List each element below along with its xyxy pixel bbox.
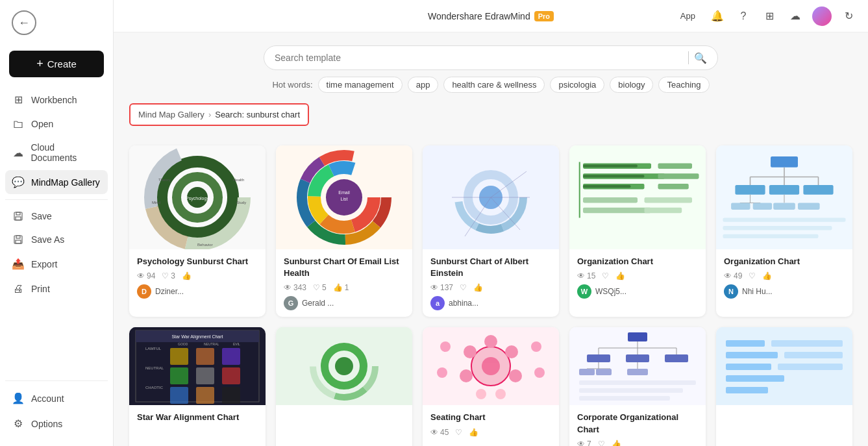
card-seating-chart[interactable]: Seating Chart 👁 45 ♡ 👍 [423, 327, 559, 446]
like-count-seating: ♡ [455, 428, 462, 437]
user-avatar[interactable] [812, 6, 832, 26]
svg-point-110 [531, 341, 541, 352]
app-title: Wondershare EdrawMind [428, 11, 530, 21]
hot-chip-psicologia[interactable]: psicologia [550, 77, 604, 93]
svg-rect-5 [16, 240, 21, 243]
card-sunburst-einstein[interactable]: Sunburst Chart of Albert Einstein 👁 137 … [423, 145, 559, 317]
open-label: Open [31, 119, 53, 129]
author-name-einstein: abhina... [449, 299, 478, 308]
svg-rect-141 [778, 364, 843, 370]
card-org-chart-1[interactable]: Organization Chart 👁 15 ♡ 👍 W WSQj5... [569, 145, 706, 317]
author-name-psychology: Dziner... [155, 287, 184, 296]
create-button[interactable]: + Create [9, 51, 104, 77]
sidebar-item-mindmap-gallery[interactable]: 💬 MindMap Gallery [5, 170, 108, 194]
sidebar-item-cloud[interactable]: ☁ Cloud Documents [5, 136, 108, 169]
svg-rect-73 [723, 226, 832, 230]
breadcrumb-gallery-link[interactable]: Mind Map Gallery [138, 110, 205, 119]
cloud-sync-icon[interactable]: ☁ [786, 7, 804, 25]
search-divider [688, 51, 689, 64]
card-body-org1: Organization Chart 👁 15 ♡ 👍 W WSQj5... [569, 249, 706, 305]
svg-rect-132 [579, 396, 670, 401]
card-author-email: G Gerald ... [284, 296, 404, 310]
options-label: Options [31, 419, 62, 429]
svg-rect-87 [222, 348, 240, 365]
svg-rect-131 [579, 388, 683, 393]
svg-rect-88 [170, 367, 188, 384]
svg-text:LAWFUL: LAWFUL [145, 347, 162, 351]
view-count-corp: 👁 7 [577, 440, 591, 446]
card-title-org2: Organization Chart [724, 256, 845, 267]
thumb-count-email: 👍 1 [333, 283, 349, 292]
card-psychology-sunburst[interactable]: Psychology Health Study Behavior Mind Th… [129, 145, 266, 317]
card-sunburst-bottom[interactable] [276, 327, 412, 446]
hot-chip-biology[interactable]: biology [610, 77, 653, 93]
svg-rect-53 [645, 197, 693, 203]
card-body-psychology: Psychology Sunburst Chart 👁 94 ♡ 3 👍 D D… [129, 249, 266, 305]
view-count-email: 👁 343 [284, 283, 306, 292]
hot-chip-time-management[interactable]: time management [318, 77, 403, 93]
app-button[interactable]: App [675, 8, 701, 23]
hot-words-label: Hot words: [272, 80, 312, 90]
svg-rect-43 [583, 165, 638, 167]
svg-text:NEUTRAL: NEUTRAL [204, 342, 219, 346]
apps-icon[interactable]: ⊞ [760, 7, 778, 25]
card-body-einstein: Sunburst Chart of Albert Einstein 👁 137 … [423, 249, 559, 317]
plus-icon: + [36, 57, 43, 71]
svg-point-111 [534, 367, 545, 378]
mindmap-gallery-icon: 💬 [12, 176, 25, 188]
open-icon [12, 119, 25, 129]
view-count-org1: 👁 15 [577, 271, 595, 280]
view-count-seating: 👁 45 [430, 428, 449, 437]
card-title-seating: Seating Chart [430, 412, 551, 423]
svg-rect-64 [803, 185, 833, 195]
search-button[interactable]: 🔍 [694, 52, 707, 64]
svg-rect-130 [579, 380, 696, 385]
search-input[interactable] [275, 53, 683, 63]
like-count-org2: ♡ [749, 271, 756, 280]
sidebar-item-save[interactable]: Save [5, 205, 108, 227]
card-body-starwars: Star War Alignment Chart [129, 405, 266, 434]
hot-chip-teaching[interactable]: Teaching [658, 77, 709, 93]
author-avatar-org1: W [577, 284, 591, 299]
svg-text:Behavior: Behavior [197, 243, 213, 247]
notifications-icon[interactable]: 🔔 [708, 7, 726, 25]
back-button[interactable]: ← [12, 10, 36, 35]
sidebar-item-export[interactable]: 📤 Export [5, 252, 108, 276]
card-corp-org[interactable]: Corporate Organizational Chart 👁 7 ♡ 👍 [569, 327, 706, 446]
card-sunburst-email[interactable]: Email List [276, 145, 412, 317]
thumb-count-seating: 👍 [469, 428, 478, 437]
sidebar-item-open[interactable]: Open [5, 113, 108, 135]
svg-point-103 [484, 335, 497, 348]
card-thumb-email: Email List [276, 145, 412, 249]
svg-rect-45 [583, 175, 645, 177]
card-org-chart-2[interactable]: Organization Chart 👁 49 ♡ 👍 N Nhi Hu... [716, 145, 852, 317]
card-star-wars[interactable]: Star War Alignment Chart LAWFUL NEUTRAL … [129, 327, 266, 446]
card-meta-email: 👁 343 ♡ 5 👍 1 [284, 283, 404, 292]
cloud-label: Cloud Documents [31, 142, 102, 163]
sidebar-item-options[interactable]: ⚙ Options [5, 412, 108, 436]
svg-rect-126 [579, 369, 595, 375]
card-bottom-right[interactable] [716, 327, 852, 446]
svg-rect-71 [798, 203, 820, 210]
sidebar-item-print[interactable]: 🖨 Print [5, 277, 108, 301]
mindmap-gallery-label: MindMap Gallery [31, 177, 100, 188]
help-icon[interactable]: ? [734, 7, 752, 25]
search-bar: 🔍 [264, 45, 718, 70]
svg-rect-140 [784, 352, 843, 358]
sidebar: ← + Create ⊞ Workbench Open ☁ Cloud Docu… [0, 0, 114, 446]
like-count-corp: ♡ [598, 440, 605, 446]
card-author-psychology: D Dziner... [137, 284, 258, 299]
svg-point-102 [482, 357, 500, 375]
sidebar-item-workbench[interactable]: ⊞ Workbench [5, 88, 108, 112]
account-icon: 👤 [12, 392, 25, 404]
sidebar-item-save-as[interactable]: Save As [5, 229, 108, 251]
card-thumb-starwars: Star War Alignment Chart LAWFUL NEUTRAL … [129, 327, 266, 405]
sidebar-item-account[interactable]: 👤 Account [5, 386, 108, 410]
breadcrumb-current: Search: sunburst chart [215, 110, 300, 119]
svg-rect-123 [665, 354, 688, 362]
svg-text:Psychology: Psychology [186, 196, 209, 201]
hot-chip-health[interactable]: health care & wellness [443, 77, 545, 93]
refresh-icon[interactable]: ↻ [839, 7, 858, 25]
hot-chip-app[interactable]: app [408, 77, 439, 93]
svg-rect-47 [583, 185, 631, 188]
